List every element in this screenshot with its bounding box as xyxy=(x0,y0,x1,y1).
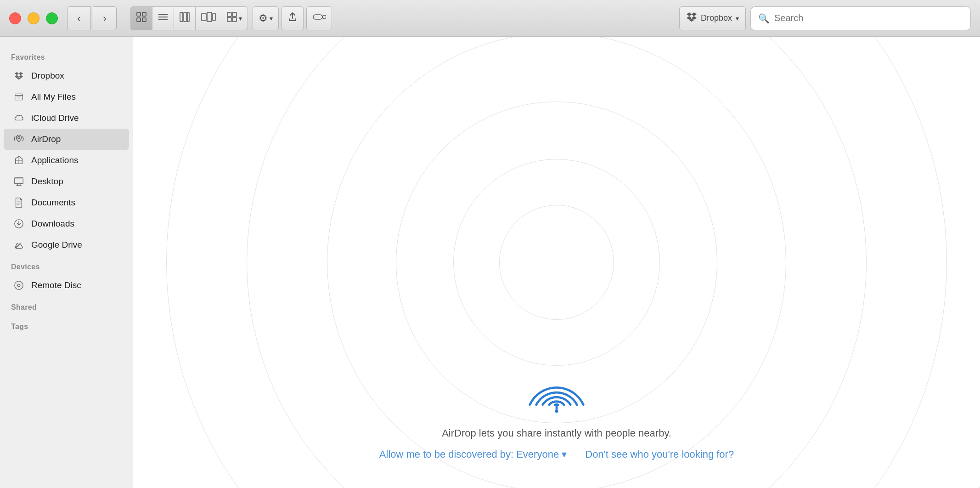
airdrop-logo xyxy=(524,354,589,418)
dropbox-icon xyxy=(686,11,697,25)
sidebar-item-label: iCloud Drive xyxy=(31,113,79,123)
back-icon: ‹ xyxy=(77,12,81,25)
svg-rect-14 xyxy=(232,12,237,17)
svg-point-38 xyxy=(555,409,558,413)
desktop-icon xyxy=(13,176,25,187)
sidebar-item-google-drive[interactable]: Google Drive xyxy=(4,234,129,255)
svg-point-18 xyxy=(322,15,326,19)
svg-rect-9 xyxy=(187,12,189,22)
sidebar-item-label: Dropbox xyxy=(31,71,64,81)
svg-rect-3 xyxy=(142,18,146,22)
sidebar-item-desktop[interactable]: Desktop xyxy=(4,171,129,192)
nav-buttons: ‹ › xyxy=(67,6,117,30)
view-mode-group: ▾ xyxy=(130,6,248,30)
sidebar-item-documents[interactable]: Documents xyxy=(4,192,129,213)
airdrop-links-row: Allow me to be discovered by: Everyone ▾… xyxy=(379,448,734,460)
grid2-icon xyxy=(227,12,237,24)
search-icon: 🔍 xyxy=(758,13,770,24)
search-box[interactable]: 🔍 xyxy=(750,6,971,30)
sidebar-item-label: Remote Disc xyxy=(31,280,81,290)
svg-rect-27 xyxy=(15,178,23,179)
minimize-button[interactable] xyxy=(28,12,39,24)
cover-icon xyxy=(201,12,216,24)
airdrop-center: AirDrop lets you share instantly with pe… xyxy=(379,354,734,460)
share-icon xyxy=(287,12,298,24)
shared-header: Shared xyxy=(0,296,133,315)
radar-circle-6 xyxy=(499,205,614,320)
airdrop-sidebar-icon xyxy=(13,133,25,145)
svg-rect-0 xyxy=(137,12,141,16)
sidebar-item-label: Downloads xyxy=(31,219,74,229)
close-button[interactable] xyxy=(9,12,21,24)
dropbox-chevron-icon: ▾ xyxy=(736,15,739,22)
sidebar-item-remote-disc[interactable]: Remote Disc xyxy=(4,275,129,296)
view-column-button[interactable] xyxy=(174,6,195,30)
discover-link[interactable]: Allow me to be discovered by: Everyone ▾ xyxy=(379,448,567,460)
sidebar-item-dropbox[interactable]: Dropbox xyxy=(4,65,129,86)
devices-header: Devices xyxy=(0,255,133,275)
traffic-lights xyxy=(9,12,58,24)
sidebar-item-label: AirDrop xyxy=(31,134,61,144)
sidebar-item-applications[interactable]: Applications xyxy=(4,150,129,171)
view-list-button[interactable] xyxy=(152,6,174,30)
share-button[interactable] xyxy=(282,6,304,30)
list-icon xyxy=(158,12,168,24)
grid-icon xyxy=(136,12,146,24)
sidebar-item-label: All My Files xyxy=(31,92,76,102)
cloud-icon xyxy=(13,112,25,124)
svg-rect-2 xyxy=(137,18,141,22)
sidebar-item-all-my-files[interactable]: All My Files xyxy=(4,86,129,108)
view-icon-button[interactable] xyxy=(130,6,152,30)
titlebar: ‹ › xyxy=(0,0,980,37)
applications-icon xyxy=(13,154,25,166)
svg-rect-1 xyxy=(142,12,146,16)
svg-point-23 xyxy=(18,136,20,139)
sidebar-item-downloads[interactable]: Downloads xyxy=(4,213,129,234)
disc-icon xyxy=(13,279,25,291)
chevron-down-icon: ▾ xyxy=(239,15,242,22)
svg-rect-10 xyxy=(202,13,206,21)
column-icon xyxy=(180,12,190,24)
settings-button[interactable]: ⚙ ▾ xyxy=(253,6,279,30)
svg-rect-8 xyxy=(184,12,186,22)
tag-button[interactable] xyxy=(306,6,332,30)
forward-button[interactable]: › xyxy=(93,6,117,30)
tags-header: Tags xyxy=(0,315,133,335)
documents-icon xyxy=(13,197,25,209)
finder-window: ‹ › xyxy=(0,0,980,488)
svg-rect-13 xyxy=(227,12,231,17)
not-found-link[interactable]: Don't see who you're looking for? xyxy=(585,448,734,460)
svg-point-36 xyxy=(17,284,20,287)
gear-icon: ⚙ xyxy=(259,12,268,24)
back-button[interactable]: ‹ xyxy=(67,6,91,30)
content-area: AirDrop lets you share instantly with pe… xyxy=(133,37,980,488)
maximize-button[interactable] xyxy=(46,12,58,24)
all-files-icon xyxy=(13,91,25,103)
svg-rect-15 xyxy=(227,17,231,22)
dropbox-button[interactable]: Dropbox ▾ xyxy=(679,6,746,30)
svg-rect-16 xyxy=(232,17,237,22)
view-cover-button[interactable] xyxy=(195,6,221,30)
search-input[interactable] xyxy=(774,13,963,23)
google-drive-icon xyxy=(13,239,25,251)
svg-rect-7 xyxy=(180,12,183,22)
downloads-icon xyxy=(13,218,25,230)
tag-icon xyxy=(312,12,326,24)
svg-rect-12 xyxy=(213,13,215,21)
sidebar-item-icloud[interactable]: iCloud Drive xyxy=(4,108,129,129)
sidebar-item-airdrop[interactable]: AirDrop xyxy=(4,129,129,150)
sidebar: Favorites Dropbox xyxy=(0,37,133,488)
airdrop-description: AirDrop lets you share instantly with pe… xyxy=(442,427,671,439)
svg-point-37 xyxy=(16,283,22,288)
favorites-header: Favorites xyxy=(0,46,133,65)
gear-chevron-icon: ▾ xyxy=(270,15,273,22)
sidebar-item-label: Desktop xyxy=(31,176,63,187)
forward-icon: › xyxy=(103,12,107,25)
sidebar-item-label: Documents xyxy=(31,198,75,208)
svg-rect-11 xyxy=(207,12,212,22)
view-options-button[interactable]: ▾ xyxy=(221,6,248,30)
sidebar-item-label: Google Drive xyxy=(31,240,82,250)
sidebar-item-label: Applications xyxy=(31,155,78,165)
main-area: Favorites Dropbox xyxy=(0,37,980,488)
svg-rect-17 xyxy=(313,15,322,19)
